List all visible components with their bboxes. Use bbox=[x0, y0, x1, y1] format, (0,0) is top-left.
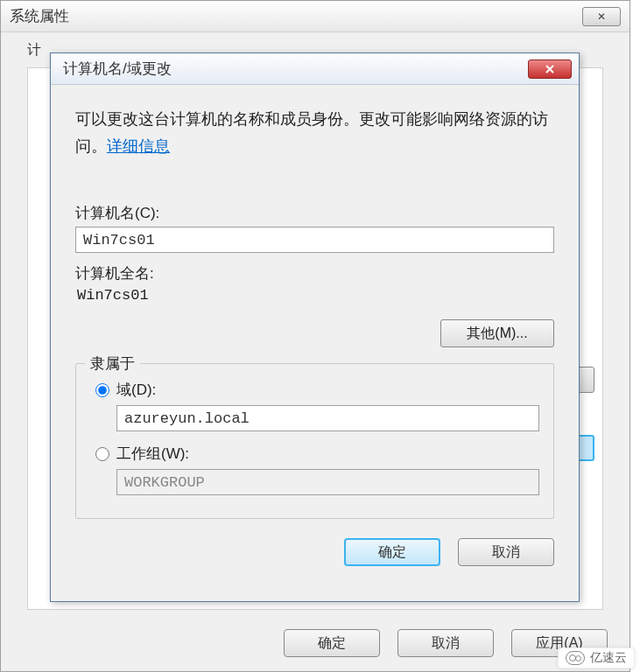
parent-ok-button[interactable]: 确定 bbox=[284, 629, 380, 657]
workgroup-radio-row: 工作组(W): bbox=[95, 444, 539, 464]
child-cancel-button[interactable]: 取消 bbox=[458, 538, 554, 566]
child-button-row: 确定 取消 bbox=[75, 538, 554, 566]
parent-close-button[interactable]: ✕ bbox=[582, 7, 621, 26]
domain-radio[interactable] bbox=[95, 383, 109, 397]
full-name-label: 计算机全名: bbox=[75, 263, 554, 284]
other-button[interactable]: 其他(M)... bbox=[440, 319, 554, 347]
child-ok-button[interactable]: 确定 bbox=[344, 538, 440, 566]
parent-title: 系统属性 bbox=[10, 6, 69, 26]
parent-tab-computer-name[interactable]: 计 bbox=[27, 41, 41, 60]
workgroup-input bbox=[116, 469, 539, 495]
watermark-badge: 亿速云 bbox=[558, 648, 635, 668]
member-of-legend: 隶属于 bbox=[85, 354, 140, 374]
parent-cancel-button[interactable]: 取消 bbox=[397, 629, 494, 657]
more-info-link[interactable]: 详细信息 bbox=[107, 137, 170, 155]
domain-radio-label[interactable]: 域(D): bbox=[116, 380, 156, 400]
member-of-fieldset: 隶属于 域(D): 工作组(W): bbox=[75, 363, 554, 519]
computer-name-label: 计算机名(C): bbox=[75, 203, 554, 223]
workgroup-radio[interactable] bbox=[95, 447, 109, 461]
description-text: 可以更改这台计算机的名称和成员身份。更改可能影响网络资源的访问。详细信息 bbox=[75, 106, 554, 159]
workgroup-radio-label[interactable]: 工作组(W): bbox=[116, 444, 189, 464]
full-name-value: Win7cs01 bbox=[75, 287, 554, 304]
parent-partial-highlight[interactable] bbox=[577, 435, 594, 461]
child-title: 计算机名/域更改 bbox=[63, 59, 172, 79]
child-close-button[interactable] bbox=[528, 60, 572, 79]
close-icon: ✕ bbox=[597, 10, 606, 23]
other-button-row: 其他(M)... bbox=[75, 319, 554, 347]
close-icon bbox=[545, 64, 555, 74]
child-body: 可以更改这台计算机的名称和成员身份。更改可能影响网络资源的访问。详细信息 计算机… bbox=[51, 85, 579, 601]
parent-titlebar: 系统属性 ✕ bbox=[1, 1, 629, 32]
computer-name-input[interactable] bbox=[75, 227, 554, 253]
child-titlebar: 计算机名/域更改 bbox=[51, 53, 579, 85]
watermark-text: 亿速云 bbox=[590, 650, 627, 666]
computer-name-domain-change-dialog: 计算机名/域更改 可以更改这台计算机的名称和成员身份。更改可能影响网络资源的访问… bbox=[50, 52, 580, 602]
cloud-icon bbox=[566, 651, 585, 665]
domain-radio-row: 域(D): bbox=[95, 380, 539, 400]
domain-input[interactable] bbox=[116, 405, 539, 431]
parent-partial-button[interactable] bbox=[577, 367, 594, 393]
